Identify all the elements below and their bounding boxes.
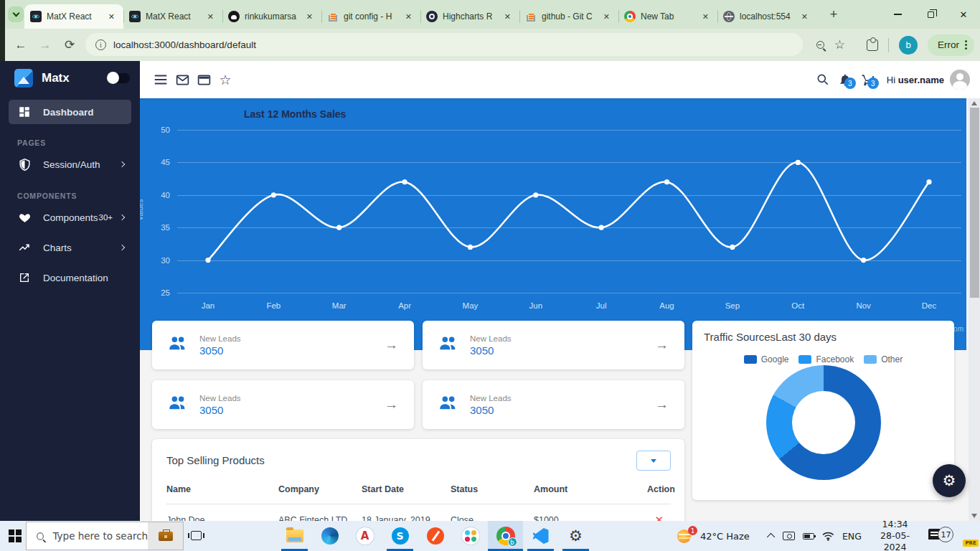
search-icon[interactable] bbox=[812, 72, 834, 87]
battery-icon[interactable] bbox=[803, 533, 815, 540]
star-icon[interactable]: ☆ bbox=[215, 72, 236, 88]
tab-close-icon[interactable]: ✕ bbox=[798, 11, 811, 23]
mail-icon[interactable] bbox=[171, 72, 193, 88]
sidebar-item-label: Documentation bbox=[43, 273, 124, 283]
page-scrollbar[interactable] bbox=[969, 98, 980, 521]
error-menu-button[interactable]: Error bbox=[928, 34, 974, 56]
address-bar[interactable]: localhost:3000/dashboard/default bbox=[85, 33, 803, 56]
profile-badge: b bbox=[508, 537, 517, 547]
extensions-icon[interactable] bbox=[867, 39, 878, 51]
wifi-icon[interactable] bbox=[822, 532, 834, 541]
sidebar-item-documentation[interactable]: Documentation bbox=[9, 265, 131, 291]
new-tab-button[interactable]: + bbox=[825, 6, 842, 23]
scroll-down-arrow[interactable] bbox=[971, 514, 977, 518]
browser-tab[interactable]: github - Git C✕ bbox=[519, 4, 618, 29]
table-filter-dropdown[interactable] bbox=[636, 451, 671, 471]
notification-badge: 3 bbox=[844, 77, 856, 89]
language-indicator[interactable]: ENG bbox=[842, 531, 862, 542]
close-button[interactable]: ✕ bbox=[947, 0, 980, 29]
browser-tab[interactable]: MatX React✕ bbox=[123, 4, 222, 29]
back-button[interactable]: ← bbox=[9, 38, 33, 52]
tab-close-icon[interactable]: ✕ bbox=[402, 11, 415, 23]
minimize-button[interactable] bbox=[881, 0, 914, 29]
taskbar-app-settings[interactable]: ⚙ bbox=[558, 521, 593, 551]
zoom-out-icon[interactable] bbox=[816, 41, 824, 49]
taskbar-app-file-explorer[interactable] bbox=[277, 521, 312, 551]
search-highlight-button[interactable] bbox=[148, 522, 183, 550]
settings-fab[interactable]: ⚙ bbox=[933, 464, 966, 497]
table-header-company: Company bbox=[278, 484, 362, 494]
tab-search-button[interactable] bbox=[8, 6, 24, 22]
browser-tab[interactable]: rinkukumarsa✕ bbox=[222, 4, 321, 29]
delete-icon[interactable]: ✕ bbox=[654, 514, 664, 522]
scroll-up-arrow[interactable] bbox=[971, 101, 977, 105]
tab-close-icon[interactable]: ✕ bbox=[105, 11, 118, 23]
start-button[interactable] bbox=[9, 529, 22, 542]
sidebar-item-charts[interactable]: Charts bbox=[9, 235, 131, 260]
clock[interactable]: 14:3428-05-2024 bbox=[870, 519, 920, 551]
site-info-icon[interactable] bbox=[95, 39, 106, 50]
taskbar-app-vscode[interactable] bbox=[523, 521, 558, 551]
cart-button[interactable]: 3 bbox=[857, 72, 880, 87]
tab-label: MatX React bbox=[146, 11, 204, 22]
weather-widget[interactable]: 1 42°C Haze bbox=[677, 521, 750, 551]
new-leads-card[interactable]: New Leads3050→ bbox=[152, 321, 414, 369]
taskbar-search[interactable]: Type here to search bbox=[26, 522, 184, 550]
group-icon bbox=[168, 395, 188, 415]
new-leads-card[interactable]: New Leads3050→ bbox=[152, 380, 414, 429]
taskbar-app-skype[interactable]: S bbox=[382, 521, 418, 551]
legend-item-google: Google bbox=[744, 354, 789, 364]
sidebar-section-label: COMPONENTS bbox=[17, 192, 140, 200]
taskbar-app-app-pinwheel[interactable] bbox=[453, 521, 488, 551]
tab-close-icon[interactable]: ✕ bbox=[600, 11, 613, 23]
sidebar-item-dashboard[interactable]: Dashboard bbox=[9, 100, 131, 124]
table-header-row: NameCompanyStart DateStatusAmountAction bbox=[166, 481, 671, 498]
web-asset-icon[interactable] bbox=[193, 72, 215, 88]
taskbar-app-edge[interactable] bbox=[312, 521, 347, 551]
browser-tab[interactable]: MatX React✕ bbox=[24, 4, 123, 29]
new-leads-card[interactable]: New Leads3050→ bbox=[423, 321, 684, 369]
notifications-button[interactable]: 3 bbox=[834, 72, 857, 87]
notification-center-button[interactable]: 17 bbox=[928, 527, 953, 545]
arrow-right-icon[interactable]: → bbox=[385, 397, 398, 413]
bookmark-star-icon[interactable]: ☆ bbox=[834, 37, 845, 52]
new-leads-card[interactable]: New Leads3050→ bbox=[423, 380, 684, 429]
username: user.name bbox=[898, 75, 944, 85]
user-avatar[interactable] bbox=[950, 70, 970, 90]
stackoverflow-icon bbox=[327, 11, 339, 22]
copilot-preview-button[interactable]: PRE bbox=[961, 527, 980, 545]
file-explorer-icon bbox=[286, 529, 303, 542]
arrow-right-icon[interactable]: → bbox=[655, 337, 669, 353]
taskbar-app-app-orange[interactable] bbox=[418, 521, 453, 551]
weather-icon: 1 bbox=[677, 528, 694, 544]
card-title: New Leads bbox=[199, 334, 385, 343]
browser-tab[interactable]: localhost:554✕ bbox=[717, 4, 816, 29]
tab-close-icon[interactable]: ✕ bbox=[204, 11, 217, 23]
browser-tab[interactable]: git config - H✕ bbox=[321, 4, 420, 29]
tab-close-icon[interactable]: ✕ bbox=[699, 11, 712, 23]
sidebar-item-session-auth[interactable]: Session/Auth bbox=[9, 151, 131, 177]
sidebar-item-components[interactable]: Components30+ bbox=[9, 204, 131, 230]
tab-close-icon[interactable]: ✕ bbox=[501, 11, 514, 23]
cast-icon[interactable] bbox=[783, 532, 795, 540]
table-header-name: Name bbox=[166, 484, 278, 494]
menu-icon[interactable] bbox=[150, 72, 171, 88]
taskbar-app-app-a[interactable]: A bbox=[347, 521, 382, 551]
table-header-action: Action bbox=[647, 484, 682, 494]
taskbar-app-chrome[interactable]: b bbox=[488, 521, 523, 551]
arrow-right-icon[interactable]: → bbox=[655, 397, 669, 413]
kebab-menu-icon bbox=[965, 44, 967, 46]
forward-button[interactable]: → bbox=[33, 38, 57, 52]
task-view-button[interactable] bbox=[188, 527, 205, 545]
browser-profile-avatar[interactable]: b bbox=[899, 36, 918, 55]
browser-tab[interactable]: New Tab✕ bbox=[618, 4, 717, 29]
browser-tab[interactable]: Highcharts R✕ bbox=[420, 4, 519, 29]
maximize-button[interactable] bbox=[914, 0, 947, 29]
arrow-right-icon[interactable]: → bbox=[385, 337, 398, 353]
sidebar-toggle[interactable] bbox=[108, 73, 130, 83]
tray-expand-icon[interactable] bbox=[767, 533, 775, 541]
tab-close-icon[interactable]: ✕ bbox=[303, 11, 316, 23]
reload-button[interactable]: ⟳ bbox=[57, 37, 82, 52]
sidebar-item-label: Dashboard bbox=[43, 107, 124, 118]
scrollbar-thumb[interactable] bbox=[970, 108, 979, 298]
